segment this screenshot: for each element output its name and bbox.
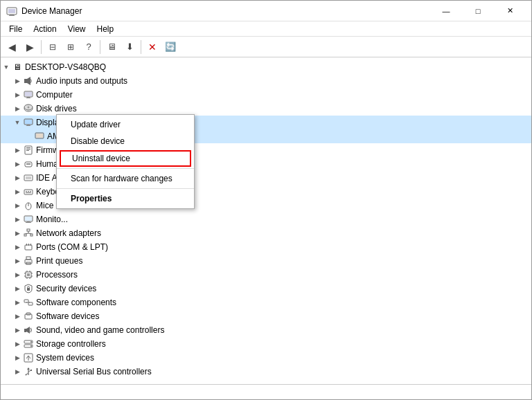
- ctx-uninstall-device[interactable]: Uninstall device: [60, 150, 191, 167]
- svg-rect-46: [25, 245, 32, 250]
- svg-rect-41: [24, 234, 26, 236]
- toolbar-back[interactable]: ◀: [3, 39, 20, 55]
- expand-computer[interactable]: ▶: [12, 89, 23, 100]
- expand-security[interactable]: ▶: [12, 283, 23, 294]
- expand-usb[interactable]: ▶: [12, 366, 23, 377]
- list-item[interactable]: ▶ Processors: [1, 268, 531, 282]
- svg-rect-28: [26, 176, 31, 179]
- computer-icon: 🖥: [12, 62, 23, 73]
- list-item[interactable]: ▶ Print queues: [1, 254, 531, 268]
- printer-icon: [23, 255, 34, 266]
- svg-line-44: [26, 233, 29, 234]
- list-item[interactable]: ▶ Security devices: [1, 282, 531, 296]
- svg-point-64: [28, 287, 30, 289]
- expand-net[interactable]: ▶: [12, 228, 23, 239]
- list-item[interactable]: ▶ System devices: [1, 351, 531, 365]
- svg-rect-47: [26, 244, 27, 246]
- expand-swdev[interactable]: ▶: [12, 311, 23, 322]
- ctx-properties[interactable]: Properties: [57, 190, 194, 207]
- svg-rect-29: [24, 190, 33, 194]
- list-item[interactable]: ▶ Sound, video and game controllers: [1, 323, 531, 337]
- svg-rect-81: [30, 370, 32, 371]
- tree-item-label: Security devices: [36, 284, 96, 293]
- ctx-sep: [57, 168, 194, 169]
- menu-action[interactable]: Action: [28, 23, 62, 35]
- svg-rect-18: [36, 134, 43, 138]
- ctx-disable-device[interactable]: Disable device: [57, 133, 194, 149]
- svg-point-74: [30, 341, 32, 343]
- list-item[interactable]: ▶ Storage controllers: [1, 337, 531, 351]
- tree-root[interactable]: ▼ 🖥 DESKTOP-VS48QBQ: [1, 60, 531, 74]
- ctx-scan-hardware[interactable]: Scan for hardware changes: [57, 170, 194, 187]
- list-item[interactable]: ▶ Computer: [1, 88, 531, 102]
- list-item[interactable]: ▶ Network adapters: [1, 226, 531, 240]
- adapter-icon: [34, 131, 45, 142]
- toolbar-driver[interactable]: ⬇: [121, 39, 138, 55]
- toolbar-forward[interactable]: ▶: [21, 39, 38, 55]
- tree-item-label: Ports (COM & LPT): [36, 242, 108, 252]
- menu-view[interactable]: View: [62, 23, 91, 35]
- device-tree[interactable]: ▼ 🖥 DESKTOP-VS48QBQ ▶ Audio inputs and o…: [1, 57, 531, 384]
- svg-point-24: [26, 163, 28, 165]
- expand-mon[interactable]: ▶: [12, 214, 23, 225]
- status-bar: [1, 384, 531, 399]
- svg-rect-3: [9, 15, 15, 16]
- toolbar-uninstall[interactable]: ✕: [144, 39, 161, 55]
- menu-help[interactable]: Help: [91, 23, 120, 35]
- expand-print[interactable]: ▶: [12, 255, 23, 266]
- expand-storage[interactable]: ▶: [12, 338, 23, 349]
- tree-item-label: Universal Serial Bus controllers: [36, 367, 152, 376]
- tree-item-label: Audio inputs and outputs: [36, 76, 127, 86]
- svg-rect-33: [26, 192, 31, 193]
- list-item[interactable]: ▶ Universal Serial Bus controllers: [1, 365, 531, 379]
- expand-ports[interactable]: ▶: [12, 242, 23, 253]
- device-manager-window: Device Manager — □ ✕ File Action View He…: [0, 0, 532, 400]
- svg-rect-15: [27, 125, 30, 125]
- expand-kb[interactable]: ▶: [12, 186, 23, 197]
- maximize-button[interactable]: □: [462, 1, 494, 21]
- toolbar-properties[interactable]: ⊟: [44, 39, 61, 55]
- list-item[interactable]: ▶ Software devices: [1, 309, 531, 323]
- tree-item-label: Monito...: [36, 215, 68, 224]
- firmware-icon: [23, 145, 34, 156]
- svg-rect-20: [26, 147, 30, 148]
- expand-firm[interactable]: ▶: [12, 145, 23, 156]
- menu-file[interactable]: File: [3, 23, 28, 35]
- expand-mice[interactable]: ▶: [12, 200, 23, 211]
- svg-rect-31: [28, 191, 29, 192]
- list-item[interactable]: ▶ Monito...: [1, 212, 531, 226]
- window-title: Device Manager: [21, 6, 430, 16]
- expand-hid[interactable]: ▶: [12, 158, 23, 170]
- list-item[interactable]: ▶ Software components: [1, 296, 531, 309]
- toolbar-update[interactable]: ⊞: [62, 39, 79, 55]
- expand-root[interactable]: ▼: [1, 62, 12, 73]
- expand-display[interactable]: ▼: [12, 117, 23, 128]
- display-icon: [23, 117, 34, 128]
- list-item[interactable]: ▶ Disk drives: [1, 102, 531, 116]
- svg-rect-30: [26, 191, 27, 192]
- computer-icon: [23, 89, 34, 100]
- close-button[interactable]: ✕: [494, 1, 526, 21]
- svg-line-45: [28, 233, 32, 234]
- expand-ide[interactable]: ▶: [12, 172, 23, 183]
- expand-swcomp[interactable]: ▶: [12, 297, 23, 308]
- expand-audio[interactable]: ▶: [12, 75, 23, 87]
- svg-rect-8: [27, 97, 30, 98]
- list-item[interactable]: ▶ Ports (COM & LPT): [1, 240, 531, 254]
- svg-rect-49: [30, 244, 31, 246]
- list-item[interactable]: ▶ Audio inputs and outputs: [1, 74, 531, 88]
- expand-sound[interactable]: ▶: [12, 325, 23, 336]
- toolbar: ◀ ▶ ⊟ ⊞ ? 🖥 ⬇ ✕ 🔄: [1, 37, 531, 57]
- expand-proc[interactable]: ▶: [12, 269, 23, 280]
- minimize-button[interactable]: —: [430, 1, 462, 21]
- ctx-update-driver[interactable]: Update driver: [57, 116, 194, 133]
- expand-sys[interactable]: ▶: [12, 352, 23, 363]
- toolbar-help[interactable]: ?: [80, 39, 97, 55]
- toolbar-scan[interactable]: 🔄: [162, 39, 179, 55]
- svg-rect-70: [24, 329, 26, 332]
- expand-disk[interactable]: ▶: [12, 103, 23, 114]
- monitor-icon: [23, 214, 34, 225]
- svg-point-12: [28, 107, 30, 109]
- toolbar-computer[interactable]: 🖥: [103, 39, 120, 55]
- security-icon: [23, 283, 34, 294]
